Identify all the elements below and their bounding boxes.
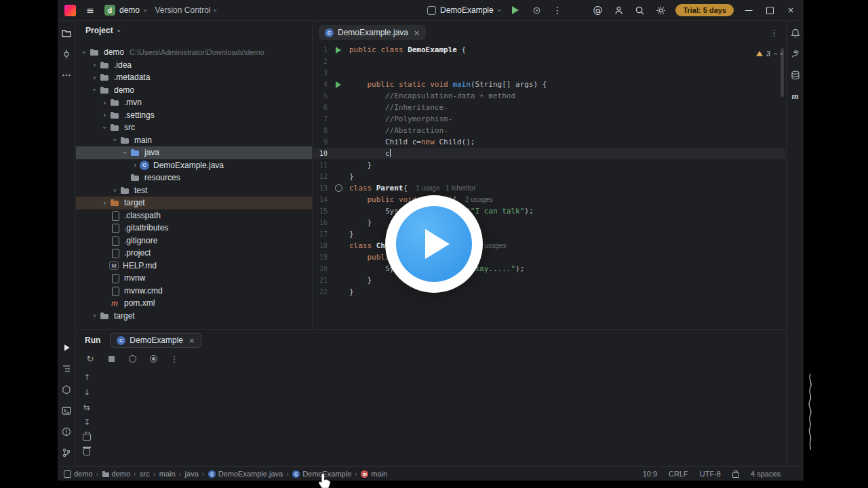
tree-item-src[interactable]: ›src bbox=[76, 121, 312, 134]
code-line-22[interactable]: 22} bbox=[313, 286, 785, 298]
tree-item-demo[interactable]: ›demoC:\Users\Administrator\Downloads\de… bbox=[76, 46, 312, 59]
chevron-down-icon[interactable]: › bbox=[81, 48, 88, 57]
code-line-15[interactable]: 15 System.out.println("I can talk"); bbox=[313, 205, 785, 217]
run-config-selector[interactable]: DemoExample › bbox=[427, 5, 500, 15]
tree-item-demo[interactable]: ›demo bbox=[76, 84, 312, 97]
chevron-right-icon[interactable]: › bbox=[90, 312, 99, 319]
tree-item-.classpath[interactable]: .classpath bbox=[76, 209, 312, 222]
close-tab-icon[interactable]: × bbox=[414, 28, 420, 37]
structure-tool-button[interactable] bbox=[60, 362, 73, 375]
chevron-right-icon[interactable]: › bbox=[131, 161, 140, 169]
tree-item-java[interactable]: ›java bbox=[76, 146, 312, 159]
chevron-right-icon[interactable]: › bbox=[100, 99, 109, 106]
tree-item-.idea[interactable]: ›.idea bbox=[76, 59, 312, 72]
run-tool-button[interactable] bbox=[60, 341, 73, 354]
breadcrumb-demoexample.java[interactable]: CDemoExample.java bbox=[208, 470, 283, 478]
code-line-10[interactable]: 10 c bbox=[313, 148, 785, 159]
tree-item-target[interactable]: ›target bbox=[76, 310, 312, 323]
database-tool-button[interactable] bbox=[789, 68, 802, 82]
tree-item-resources[interactable]: resources bbox=[76, 171, 312, 184]
rerun-icon[interactable]: ↻ bbox=[85, 353, 96, 364]
minimize-button[interactable]: — bbox=[743, 5, 755, 15]
subclassed-gutter-icon[interactable] bbox=[328, 184, 349, 192]
status-item[interactable]: 4 spaces bbox=[751, 470, 781, 478]
breadcrumb-demo[interactable]: demo bbox=[102, 470, 131, 478]
tab-options-icon[interactable]: ⋮ bbox=[770, 28, 778, 38]
code-line-8[interactable]: 8 //Abstraction- bbox=[313, 125, 785, 136]
tree-item-test[interactable]: ›test bbox=[76, 184, 312, 197]
tree-item-.gitattributes[interactable]: .gitattributes bbox=[76, 222, 312, 235]
tree-item-.project[interactable]: .project bbox=[76, 247, 312, 260]
more-options-icon[interactable]: ⋮ bbox=[169, 353, 180, 364]
notifications-button[interactable] bbox=[789, 26, 802, 40]
code-line-3[interactable]: 3 bbox=[313, 67, 785, 79]
code-line-18[interactable]: 18class Child extends Parent{2 usages bbox=[313, 240, 785, 251]
code-editor[interactable]: 1public class DemoExample {234 public st… bbox=[313, 44, 785, 329]
run-gutter-icon[interactable] bbox=[328, 47, 349, 54]
chevron-right-icon[interactable]: › bbox=[100, 199, 109, 207]
editor-scrollbar[interactable] bbox=[781, 48, 784, 97]
tree-item-pom.xml[interactable]: mpom.xml bbox=[76, 297, 312, 310]
chevron-right-icon[interactable]: › bbox=[111, 186, 119, 194]
pin-icon[interactable] bbox=[148, 353, 159, 364]
tree-item-.gitignore[interactable]: .gitignore bbox=[76, 235, 312, 247]
tab-demoexample-java[interactable]: C DemoExample.java × bbox=[319, 25, 426, 40]
problems-tool-button[interactable] bbox=[60, 425, 73, 439]
tree-item-help.md[interactable]: MHELP.md bbox=[76, 260, 312, 272]
run-button[interactable] bbox=[509, 4, 521, 16]
code-with-me-icon[interactable] bbox=[612, 4, 625, 16]
code-line-2[interactable]: 2 bbox=[313, 56, 785, 67]
code-line-19[interactable]: 19 public void speak(){ bbox=[313, 251, 785, 263]
maximize-button[interactable] bbox=[764, 7, 776, 14]
scroll-to-end-icon[interactable]: ↧ bbox=[81, 417, 92, 427]
tree-item-target[interactable]: ›target bbox=[76, 197, 312, 209]
inlay-hint[interactable]: 1 usage 1 inheritor bbox=[416, 184, 475, 192]
soft-wrap-icon[interactable]: ⇆ bbox=[81, 402, 92, 412]
debug-button[interactable] bbox=[530, 4, 542, 16]
services-tool-button[interactable] bbox=[60, 383, 73, 396]
tree-item-main[interactable]: ›main bbox=[76, 134, 312, 147]
terminal-tool-button[interactable] bbox=[60, 404, 73, 418]
breadcrumb-src[interactable]: src bbox=[140, 470, 150, 478]
code-line-16[interactable]: 16 } bbox=[313, 217, 785, 228]
clear-all-icon[interactable] bbox=[81, 447, 92, 457]
project-panel-header[interactable]: Project › bbox=[76, 21, 312, 40]
print-icon[interactable] bbox=[81, 432, 92, 442]
up-stacktrace-icon[interactable]: ↑ bbox=[81, 372, 92, 382]
code-line-7[interactable]: 7 //Polymorphism- bbox=[313, 113, 785, 125]
code-line-20[interactable]: 20 System.out.println("say....."); bbox=[313, 263, 785, 274]
chevron-right-icon[interactable]: › bbox=[90, 74, 99, 81]
tree-item-.settings[interactable]: ›.settings bbox=[76, 109, 312, 122]
run-gutter-icon[interactable] bbox=[328, 81, 349, 88]
breadcrumb-java[interactable]: java bbox=[185, 470, 199, 478]
code-line-1[interactable]: 1public class DemoExample { bbox=[313, 44, 785, 56]
breadcrumb-demo[interactable]: demo bbox=[64, 470, 93, 478]
restore-layout-icon[interactable] bbox=[127, 353, 138, 364]
status-item[interactable]: 10:9 bbox=[643, 470, 657, 478]
close-button[interactable]: × bbox=[785, 5, 797, 15]
close-tab-icon[interactable]: × bbox=[189, 336, 195, 345]
settings-icon[interactable] bbox=[654, 4, 667, 16]
code-line-6[interactable]: 6 //Inheritance- bbox=[313, 102, 785, 113]
breadcrumb-main[interactable]: mmain bbox=[361, 470, 387, 478]
code-line-11[interactable]: 11 } bbox=[313, 159, 785, 171]
video-play-button[interactable] bbox=[385, 195, 483, 293]
version-control-widget[interactable]: Version Control › bbox=[155, 5, 216, 15]
more-actions-icon[interactable]: ⋮ bbox=[551, 4, 564, 16]
version-control-tool-button[interactable] bbox=[60, 446, 73, 460]
trial-badge[interactable]: Trial: 5 days bbox=[675, 4, 734, 16]
lock-icon[interactable] bbox=[732, 472, 739, 478]
project-tool-button[interactable] bbox=[60, 26, 73, 40]
code-line-9[interactable]: 9 Child c=new Child(); bbox=[313, 136, 785, 148]
chevron-down-icon[interactable]: › bbox=[111, 136, 119, 144]
main-menu-icon[interactable]: ≡ bbox=[84, 4, 96, 16]
gradle-tool-button[interactable] bbox=[789, 47, 802, 61]
code-line-21[interactable]: 21 } bbox=[313, 274, 785, 286]
code-line-12[interactable]: 12} bbox=[313, 171, 785, 182]
code-line-17[interactable]: 17} bbox=[313, 228, 785, 240]
code-line-4[interactable]: 4 public static void main(String[] args)… bbox=[313, 79, 785, 90]
run-tab-demoexample[interactable]: C DemoExample × bbox=[110, 333, 201, 348]
ai-assistant-icon[interactable]: @ bbox=[591, 4, 604, 16]
chevron-down-icon[interactable]: › bbox=[121, 148, 129, 157]
chevron-down-icon[interactable]: › bbox=[91, 85, 98, 94]
